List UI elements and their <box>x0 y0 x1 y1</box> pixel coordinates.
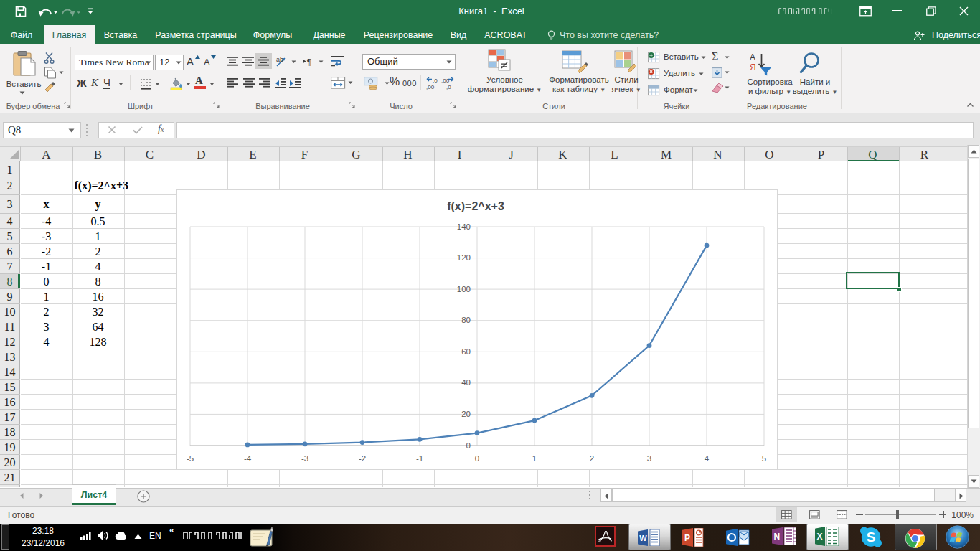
svg-text:20: 20 <box>461 410 471 418</box>
svg-text:40: 40 <box>461 378 471 387</box>
svg-text:-1: -1 <box>416 454 423 463</box>
svg-text:-5: -5 <box>187 454 194 463</box>
svg-text:-3: -3 <box>301 454 308 463</box>
svg-text:4: 4 <box>705 454 710 463</box>
svg-text:2: 2 <box>590 454 594 463</box>
svg-text:¶: ¶ <box>307 56 311 67</box>
svg-text:Я: Я <box>750 62 756 72</box>
svg-text:140: 140 <box>457 222 471 231</box>
svg-text:0: 0 <box>475 454 479 463</box>
svg-text:1: 1 <box>532 454 537 463</box>
svg-text:А: А <box>750 52 755 62</box>
svg-text:N: N <box>774 532 781 542</box>
svg-text:W: W <box>639 534 647 542</box>
svg-text:S: S <box>867 529 876 545</box>
svg-text:100: 100 <box>457 285 471 293</box>
svg-text:P: P <box>684 533 690 543</box>
svg-text:f(x)=2^x+3: f(x)=2^x+3 <box>447 200 504 212</box>
svg-text:3: 3 <box>647 454 651 463</box>
svg-text:,0: ,0 <box>446 84 451 90</box>
svg-text:0: 0 <box>466 441 471 450</box>
svg-text:X: X <box>817 532 823 542</box>
svg-text:-4: -4 <box>244 454 252 463</box>
svg-text:ab: ab <box>276 56 283 63</box>
svg-text:80: 80 <box>461 316 471 324</box>
svg-text:-2: -2 <box>359 454 366 463</box>
svg-text:60: 60 <box>461 347 471 356</box>
svg-text:,00: ,00 <box>426 84 435 90</box>
svg-text:5: 5 <box>762 454 766 463</box>
svg-text:120: 120 <box>457 253 471 262</box>
